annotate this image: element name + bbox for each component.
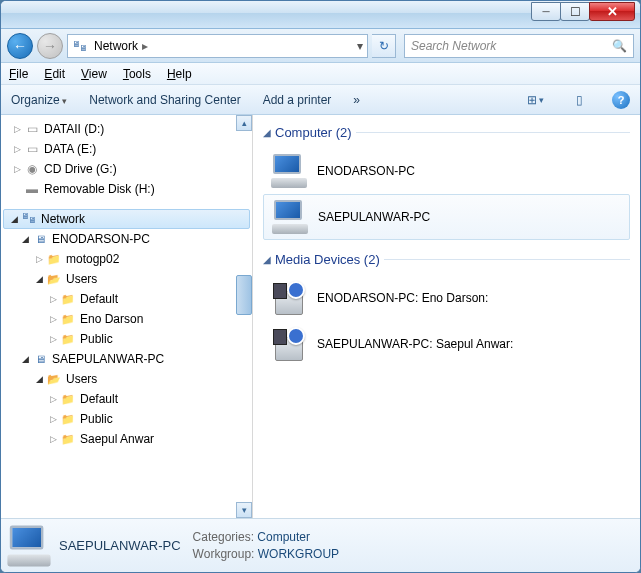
tree-drive[interactable]: Removable Disk (H:): [1, 179, 252, 199]
view-icon: ⊞: [527, 93, 537, 107]
search-input[interactable]: Search Network 🔍: [404, 34, 634, 58]
menu-help[interactable]: Help: [167, 67, 192, 81]
users-folder-icon: [45, 372, 63, 386]
group-header-computer[interactable]: ◢Computer (2): [263, 125, 630, 140]
tree-drive[interactable]: ▷CD Drive (G:): [1, 159, 252, 179]
drive-icon: [23, 142, 41, 156]
computer-icon: [272, 200, 308, 234]
menu-file[interactable]: File: [9, 67, 28, 81]
search-placeholder: Search Network: [411, 39, 496, 53]
network-icon: [20, 211, 38, 228]
minimize-button[interactable]: ─: [531, 2, 561, 21]
tree-user-folder[interactable]: ▷Public: [1, 409, 252, 429]
scroll-up-button[interactable]: ▴: [236, 115, 252, 131]
tree-computer[interactable]: ◢SAEPULANWAR-PC: [1, 349, 252, 369]
folder-icon: [59, 312, 77, 326]
titlebar[interactable]: ─ ☐ ✕: [1, 1, 640, 29]
command-bar: Organize Network and Sharing Center Add …: [1, 85, 640, 115]
details-icon: [7, 525, 50, 566]
computer-item[interactable]: SAEPULANWAR-PC: [263, 194, 630, 240]
tree-network[interactable]: ◢Network: [3, 209, 250, 229]
view-options-button[interactable]: ⊞▾: [524, 89, 546, 111]
tree-user-folder[interactable]: ▷Default: [1, 389, 252, 409]
collapse-icon: ◢: [263, 254, 271, 265]
computer-icon: [271, 154, 307, 188]
cd-icon: [23, 162, 41, 176]
group-header-media[interactable]: ◢Media Devices (2): [263, 252, 630, 267]
address-location: Network: [94, 39, 138, 53]
details-name: SAEPULANWAR-PC: [59, 538, 181, 553]
menu-view[interactable]: View: [81, 67, 107, 81]
details-categories-value: Computer: [257, 530, 310, 544]
add-printer-button[interactable]: Add a printer: [263, 93, 332, 107]
menu-tools[interactable]: Tools: [123, 67, 151, 81]
scroll-thumb[interactable]: [236, 275, 252, 315]
preview-pane-button[interactable]: ▯: [568, 89, 590, 111]
details-workgroup-label: Workgroup:: [193, 547, 255, 561]
back-button[interactable]: ←: [7, 33, 33, 59]
address-bar[interactable]: Network ▸ ▾: [67, 34, 368, 58]
menu-edit[interactable]: Edit: [44, 67, 65, 81]
details-categories-label: Categories:: [193, 530, 254, 544]
navigation-bar: ← → Network ▸ ▾ ↻ Search Network 🔍: [1, 29, 640, 63]
drive-icon: [23, 122, 41, 136]
folder-icon: [45, 252, 63, 266]
folder-icon: [59, 292, 77, 306]
removable-icon: [23, 182, 41, 196]
breadcrumb-arrow-icon[interactable]: ▸: [142, 39, 148, 53]
close-button[interactable]: ✕: [589, 2, 635, 21]
media-device-icon: [271, 327, 307, 361]
scroll-down-button[interactable]: ▾: [236, 502, 252, 518]
computer-icon: [31, 232, 49, 246]
refresh-button[interactable]: ↻: [372, 34, 396, 58]
collapse-icon: ◢: [263, 127, 271, 138]
tree-users-folder[interactable]: ◢Users: [1, 269, 252, 289]
folder-icon: [59, 392, 77, 406]
overflow-button[interactable]: »: [353, 93, 360, 107]
media-device-item[interactable]: SAEPULANWAR-PC: Saepul Anwar:: [263, 321, 630, 367]
organize-button[interactable]: Organize: [11, 93, 67, 107]
help-button[interactable]: ?: [612, 91, 630, 109]
details-pane: SAEPULANWAR-PC Categories: Computer Work…: [1, 518, 640, 572]
forward-button[interactable]: →: [37, 33, 63, 59]
folder-icon: [59, 432, 77, 446]
tree-user-folder[interactable]: ▷Default: [1, 289, 252, 309]
search-icon[interactable]: 🔍: [612, 39, 627, 53]
address-dropdown-icon[interactable]: ▾: [357, 39, 363, 53]
computer-item[interactable]: ENODARSON-PC: [263, 148, 630, 194]
tree-computer[interactable]: ◢ENODARSON-PC: [1, 229, 252, 249]
computer-icon: [31, 352, 49, 366]
users-folder-icon: [45, 272, 63, 286]
tree-users-folder[interactable]: ◢Users: [1, 369, 252, 389]
tree-share[interactable]: ▷motogp02: [1, 249, 252, 269]
network-sharing-center-button[interactable]: Network and Sharing Center: [89, 93, 240, 107]
menu-bar: File Edit View Tools Help: [1, 63, 640, 85]
details-workgroup-value: WORKGROUP: [258, 547, 339, 561]
maximize-button[interactable]: ☐: [560, 2, 590, 21]
tree-user-folder[interactable]: ▷Eno Darson: [1, 309, 252, 329]
media-device-item[interactable]: ENODARSON-PC: Eno Darson:: [263, 275, 630, 321]
network-icon: [72, 39, 88, 53]
items-view[interactable]: ◢Computer (2) ENODARSON-PC SAEPULANWAR-P…: [253, 115, 640, 518]
folder-icon: [59, 332, 77, 346]
media-device-icon: [271, 281, 307, 315]
navigation-tree[interactable]: ▷DATAII (D:) ▷DATA (E:) ▷CD Drive (G:) R…: [1, 115, 253, 518]
tree-user-folder[interactable]: ▷Saepul Anwar: [1, 429, 252, 449]
tree-drive[interactable]: ▷DATAII (D:): [1, 119, 252, 139]
folder-icon: [59, 412, 77, 426]
explorer-window: ─ ☐ ✕ ← → Network ▸ ▾ ↻ Search Network 🔍…: [0, 0, 641, 573]
content-area: ▷DATAII (D:) ▷DATA (E:) ▷CD Drive (G:) R…: [1, 115, 640, 518]
tree-user-folder[interactable]: ▷Public: [1, 329, 252, 349]
tree-drive[interactable]: ▷DATA (E:): [1, 139, 252, 159]
